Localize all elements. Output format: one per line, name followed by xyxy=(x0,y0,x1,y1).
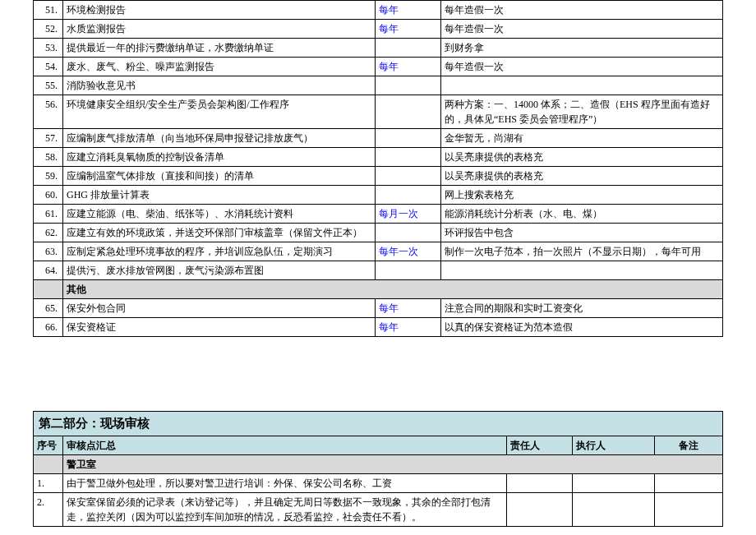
row-description: 应建立有效的环境政策，并送交环保部门审核盖章（保留文件正本） xyxy=(63,224,376,242)
row-frequency xyxy=(376,186,441,205)
table-row: 64.提供污、废水排放管网图，废气污染源布置图 xyxy=(34,261,723,280)
section-label-other: 其他 xyxy=(63,280,723,299)
row-note: 两种方案：一、14000 体系；二、造假（EHS 程序里面有造好的，具体见“EH… xyxy=(441,95,723,129)
row-note xyxy=(441,76,723,95)
row-frequency xyxy=(376,261,441,280)
row-note: 以吴亮康提供的表格充 xyxy=(441,167,723,186)
row-frequency xyxy=(376,224,441,242)
row-description: 环境健康安全组织/安全生产委员会架构图/工作程序 xyxy=(63,95,376,129)
part2-title: 第二部分：现场审核 xyxy=(34,412,723,436)
row-description: 提供污、废水排放管网图，废气污染源布置图 xyxy=(63,261,376,280)
row-remark xyxy=(655,473,723,492)
table-row: 61.应建立能源（电、柴油、纸张等）、水消耗统计资料每月一次能源消耗统计分析表（… xyxy=(34,205,723,224)
row-frequency xyxy=(376,129,441,148)
row-note: 制作一次电子范本，拍一次照片（不显示日期），每年可用 xyxy=(441,242,723,261)
row-number: 66. xyxy=(34,318,63,337)
row-owner xyxy=(507,492,573,526)
table-row: 59.应编制温室气体排放（直接和间接）的清单以吴亮康提供的表格充 xyxy=(34,167,723,186)
row-number: 59. xyxy=(34,167,63,186)
row-frequency: 每年 xyxy=(376,58,441,76)
row-description: 环境检测报告 xyxy=(63,1,376,20)
audit-table-part2: 第二部分：现场审核 序号 审核点汇总 责任人 执行人 备注 警卫室 1.由于警卫… xyxy=(33,411,723,527)
row-frequency xyxy=(376,76,441,95)
table-row: 56.环境健康安全组织/安全生产委员会架构图/工作程序两种方案：一、14000 … xyxy=(34,95,723,129)
row-note: 以吴亮康提供的表格充 xyxy=(441,148,723,167)
row-note: 环评报告中包含 xyxy=(441,224,723,242)
row-number: 58. xyxy=(34,148,63,167)
row-number: 1. xyxy=(34,473,63,492)
row-note: 到财务拿 xyxy=(441,39,723,58)
row-frequency: 每月一次 xyxy=(376,205,441,224)
table-row: 58.应建立消耗臭氧物质的控制设备清单以吴亮康提供的表格充 xyxy=(34,148,723,167)
row-note: 每年造假一次 xyxy=(441,58,723,76)
row-number: 54. xyxy=(34,58,63,76)
row-note: 每年造假一次 xyxy=(441,1,723,20)
audit-table-part1: 51.环境检测报告每年每年造假一次52.水质监测报告每年每年造假一次53.提供最… xyxy=(33,0,723,337)
row-number: 55. xyxy=(34,76,63,95)
row-number: 56. xyxy=(34,95,63,129)
row-remark xyxy=(655,492,723,526)
row-frequency: 每年 xyxy=(376,299,441,318)
row-frequency: 每年 xyxy=(376,318,441,337)
row-description: 应建立能源（电、柴油、纸张等）、水消耗统计资料 xyxy=(63,205,376,224)
row-note: 网上搜索表格充 xyxy=(441,186,723,205)
row-frequency: 每年 xyxy=(376,1,441,20)
table-row: 60.GHG 排放量计算表网上搜索表格充 xyxy=(34,186,723,205)
table-row: 65.保安外包合同每年注意合同的期限和实时工资变化 xyxy=(34,299,723,318)
p2-header-executor: 执行人 xyxy=(573,436,655,454)
row-owner xyxy=(507,473,573,492)
row-number: 51. xyxy=(34,1,63,20)
row-frequency xyxy=(376,148,441,167)
row-description: 保安室保留必须的记录表（来访登记等），并且确定无周日等数据不一致现象，其余的全部… xyxy=(63,492,507,526)
section-blank xyxy=(34,280,63,299)
row-frequency: 每年 xyxy=(376,20,441,39)
table-row: 66.保安资格证每年以真的保安资格证为范本造假 xyxy=(34,318,723,337)
table-row: 2.保安室保留必须的记录表（来访登记等），并且确定无周日等数据不一致现象，其余的… xyxy=(34,492,723,526)
row-frequency xyxy=(376,167,441,186)
p2-section-guardroom: 警卫室 xyxy=(63,454,723,473)
row-number: 57. xyxy=(34,129,63,148)
row-number: 61. xyxy=(34,205,63,224)
row-note: 每年造假一次 xyxy=(441,20,723,39)
row-note: 能源消耗统计分析表（水、电、煤） xyxy=(441,205,723,224)
table-row: 53.提供最近一年的排污费缴纳单证，水费缴纳单证到财务拿 xyxy=(34,39,723,58)
row-description: 水质监测报告 xyxy=(63,20,376,39)
table-row: 62.应建立有效的环境政策，并送交环保部门审核盖章（保留文件正本）环评报告中包含 xyxy=(34,224,723,242)
row-note: 金华暂无，尚湖有 xyxy=(441,129,723,148)
row-description: 保安外包合同 xyxy=(63,299,376,318)
row-number: 53. xyxy=(34,39,63,58)
row-executor xyxy=(573,473,655,492)
row-description: 废水、废气、粉尘、噪声监测报告 xyxy=(63,58,376,76)
row-frequency: 每年一次 xyxy=(376,242,441,261)
p2-section-blank xyxy=(34,454,63,473)
row-note: 注意合同的期限和实时工资变化 xyxy=(441,299,723,318)
p2-header-remark: 备注 xyxy=(655,436,723,454)
row-number: 63. xyxy=(34,242,63,261)
row-description: 应建立消耗臭氧物质的控制设备清单 xyxy=(63,148,376,167)
row-description: GHG 排放量计算表 xyxy=(63,186,376,205)
row-frequency xyxy=(376,95,441,129)
row-description: 应编制温室气体排放（直接和间接）的清单 xyxy=(63,167,376,186)
row-number: 52. xyxy=(34,20,63,39)
table-row: 55.消防验收意见书 xyxy=(34,76,723,95)
row-executor xyxy=(573,492,655,526)
row-description: 提供最近一年的排污费缴纳单证，水费缴纳单证 xyxy=(63,39,376,58)
row-number: 64. xyxy=(34,261,63,280)
row-number: 62. xyxy=(34,224,63,242)
row-description: 由于警卫做外包处理，所以要对警卫进行培训：外保、保安公司名称、工资 xyxy=(63,473,507,492)
row-number: 65. xyxy=(34,299,63,318)
p2-header-seq: 序号 xyxy=(34,436,63,454)
row-frequency xyxy=(376,39,441,58)
row-description: 消防验收意见书 xyxy=(63,76,376,95)
table-row: 57.应编制废气排放清单（向当地环保局申报登记排放废气）金华暂无，尚湖有 xyxy=(34,129,723,148)
row-description: 应编制废气排放清单（向当地环保局申报登记排放废气） xyxy=(63,129,376,148)
section-row-other: 其他 xyxy=(34,280,723,299)
row-description: 保安资格证 xyxy=(63,318,376,337)
table-row: 51.环境检测报告每年每年造假一次 xyxy=(34,1,723,20)
table-row: 52.水质监测报告每年每年造假一次 xyxy=(34,20,723,39)
table-row: 1.由于警卫做外包处理，所以要对警卫进行培训：外保、保安公司名称、工资 xyxy=(34,473,723,492)
row-note xyxy=(441,261,723,280)
row-number: 60. xyxy=(34,186,63,205)
table-row: 54.废水、废气、粉尘、噪声监测报告每年每年造假一次 xyxy=(34,58,723,76)
row-note: 以真的保安资格证为范本造假 xyxy=(441,318,723,337)
